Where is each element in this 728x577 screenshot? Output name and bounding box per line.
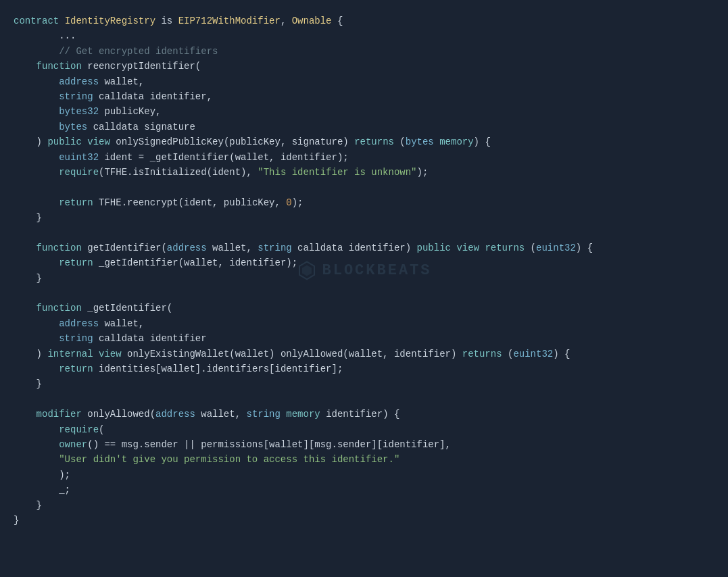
code-line: require( xyxy=(0,422,728,437)
code-line xyxy=(0,392,728,407)
code-line: _; xyxy=(0,482,728,497)
code-line: // Get encrypted identifiers xyxy=(0,44,728,59)
code-container: BLOCKBEATS contract IdentityRegistry is … xyxy=(0,0,728,541)
code-line: bytes32 publicKey, xyxy=(0,104,728,119)
code-line: return identities[wallet].identifiers[id… xyxy=(0,361,728,376)
code-line xyxy=(0,225,728,240)
code-line: string calldata identifier, xyxy=(0,89,728,104)
code-line: ) internal view onlyExistingWallet(walle… xyxy=(0,347,728,361)
code-line: address wallet, xyxy=(0,74,728,89)
code-line: ); xyxy=(0,468,728,482)
code-line: function getIdentifier(address wallet, s… xyxy=(0,241,728,255)
code-line: ... xyxy=(0,28,728,43)
code-line: owner() == msg.sender || permissions[wal… xyxy=(0,437,728,452)
code-line: return TFHE.reencrypt(ident, publicKey, … xyxy=(0,195,728,210)
code-line: string calldata identifier xyxy=(0,331,728,346)
code-line: require(TFHE.isInitialized(ident), "This… xyxy=(0,165,728,180)
code-line: function _getIdentifier( xyxy=(0,301,728,316)
code-line: modifier onlyAllowed(address wallet, str… xyxy=(0,407,728,422)
code-line: } xyxy=(0,376,728,391)
code-line: } xyxy=(0,210,728,225)
code-line: bytes calldata signature xyxy=(0,120,728,134)
code-line: } xyxy=(0,513,728,528)
code-line: euint32 ident = _getIdentifier(wallet, i… xyxy=(0,150,728,165)
code-line: contract IdentityRegistry is EIP712WithM… xyxy=(0,14,728,28)
code-line: address wallet, xyxy=(0,316,728,331)
code-line: } xyxy=(0,271,728,286)
code-line xyxy=(0,180,728,195)
code-line: } xyxy=(0,498,728,513)
code-line: "User didn't give you permission to acce… xyxy=(0,452,728,467)
code-line xyxy=(0,286,728,301)
code-line: return _getIdentifier(wallet, identifier… xyxy=(0,255,728,270)
code-line: ) public view onlySignedPublicKey(public… xyxy=(0,134,728,149)
code-line: function reencryptIdentifier( xyxy=(0,59,728,74)
